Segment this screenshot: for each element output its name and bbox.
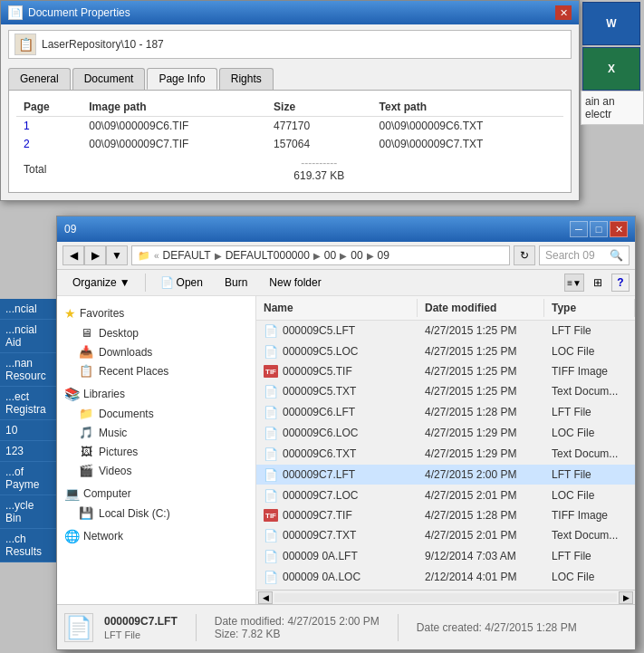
- lft-file-icon: 📄: [264, 405, 278, 419]
- file-name: 000009C5.TIF: [283, 365, 352, 378]
- address-path[interactable]: 📁 « DEFAULT ▶ DEFAULT000000 ▶ 00 ▶ 00 ▶ …: [131, 245, 510, 265]
- col-page: Page: [16, 98, 82, 117]
- sidebar-item-recycle[interactable]: ...ycle Bin: [0, 495, 56, 529]
- main-area: ★ Favorites 🖥 Desktop 📥 Downloads 📋 Rece…: [57, 296, 635, 604]
- organize-chevron-icon: ▼: [120, 276, 130, 289]
- list-item[interactable]: 📄 000009 0A.LFT 9/12/2014 7:03 AM LFT Fi…: [256, 546, 635, 567]
- view-options-button[interactable]: ≡▼: [564, 274, 584, 292]
- sidebar-item-registration[interactable]: ...ect Registra: [0, 387, 56, 420]
- forward-button[interactable]: ▶: [84, 245, 106, 265]
- col-date-header[interactable]: Date modified: [418, 299, 544, 317]
- explorer-maximize-button[interactable]: □: [590, 221, 608, 237]
- col-name-header[interactable]: Name: [256, 299, 418, 317]
- doc-path-icon: 📋: [14, 34, 36, 55]
- file-name-cell: 📄 000009C6.LFT: [256, 402, 418, 422]
- open-button[interactable]: 📄 Open: [150, 273, 213, 293]
- tab-document[interactable]: Document: [72, 68, 146, 90]
- file-date-cell: 4/27/2015 1:25 PM: [418, 362, 544, 380]
- status-info: 000009C7.LFT LFT File: [104, 615, 178, 640]
- nav-item-local-disk[interactable]: 💾 Local Disk (C:): [57, 504, 255, 523]
- sidebar-item-ten[interactable]: 10: [0, 420, 56, 441]
- up-button[interactable]: ▼: [106, 245, 128, 265]
- list-item[interactable]: 📄 000009C6.LOC 4/27/2015 1:29 PM LOC Fil…: [256, 423, 635, 444]
- loc-file-icon: 📄: [264, 426, 278, 440]
- page-info-table: Page Image path Size Text path 1 00\09\0…: [16, 98, 563, 185]
- sidebar-item-results[interactable]: ...ch Results: [0, 529, 56, 562]
- tiff-icon: TIF: [264, 509, 278, 522]
- layout-button[interactable]: ⊞: [588, 274, 608, 292]
- nav-item-videos[interactable]: 🎬 Videos: [57, 461, 255, 480]
- list-item[interactable]: TIF 000009C5.TIF 4/27/2015 1:25 PM TIFF …: [256, 362, 635, 381]
- search-box[interactable]: Search 09 🔍: [539, 245, 630, 265]
- list-item[interactable]: 📄 000009C6.TXT 4/27/2015 1:29 PM Text Do…: [256, 444, 635, 465]
- col-type-header[interactable]: Type: [544, 299, 635, 317]
- size-value: 157064: [266, 135, 371, 153]
- tab-page-info[interactable]: Page Info: [147, 68, 216, 90]
- burn-button[interactable]: Burn: [215, 273, 257, 293]
- libraries-header[interactable]: 📚 Libraries: [57, 384, 255, 404]
- sidebar-item-payments[interactable]: ...of Payme: [0, 462, 56, 495]
- file-date: 9/12/2014 7:03 AM: [425, 550, 516, 562]
- file-type-cell: Text Docum...: [544, 381, 635, 401]
- word-app-button[interactable]: W: [582, 2, 640, 45]
- list-item[interactable]: 📄 000009C6.LFT 4/27/2015 1:28 PM LFT Fil…: [256, 402, 635, 423]
- file-type-cell: LFT File: [544, 546, 635, 566]
- favorites-header[interactable]: ★ Favorites: [57, 303, 255, 323]
- file-name: 000009C6.LOC: [283, 427, 358, 439]
- network-header[interactable]: 🌐 Network: [57, 526, 255, 546]
- file-date: 4/27/2015 1:28 PM: [425, 509, 516, 522]
- hscroll-track[interactable]: [274, 593, 617, 602]
- list-item[interactable]: 📄 000009C5.LOC 4/27/2015 1:25 PM LOC Fil…: [256, 341, 635, 362]
- sidebar-item-financial[interactable]: ...ncial: [0, 299, 56, 320]
- nav-item-pictures[interactable]: 🖼 Pictures: [57, 442, 255, 461]
- file-name: 000009C6.TXT: [283, 447, 356, 460]
- help-button[interactable]: ?: [611, 274, 630, 292]
- file-type: Text Docum...: [552, 447, 618, 460]
- list-item[interactable]: TIF 000009C7.TIF 4/27/2015 1:28 PM TIFF …: [256, 506, 635, 525]
- list-item[interactable]: 📄 000009C7.LFT 4/27/2015 2:00 PM LFT Fil…: [256, 465, 635, 485]
- nav-item-recent[interactable]: 📋 Recent Places: [57, 361, 255, 380]
- sidebar-item-one-two-three[interactable]: 123: [0, 441, 56, 462]
- nav-item-music[interactable]: 🎵 Music: [57, 423, 255, 442]
- computer-header[interactable]: 💻 Computer: [57, 484, 255, 504]
- address-bar: ◀ ▶ ▼ 📁 « DEFAULT ▶ DEFAULT000000 ▶ 00 ▶…: [57, 242, 635, 270]
- list-item[interactable]: 📄 000009 0A.LOC 2/12/2014 4:01 PM LOC Fi…: [256, 567, 635, 588]
- tab-rights[interactable]: Rights: [219, 68, 274, 90]
- list-item[interactable]: 📄 000009C5.TXT 4/27/2015 1:25 PM Text Do…: [256, 381, 635, 402]
- file-type-cell: LOC File: [544, 341, 635, 361]
- file-date-cell: 4/27/2015 1:25 PM: [418, 341, 544, 361]
- excel-app-button[interactable]: X: [582, 47, 640, 91]
- sidebar-item-hr[interactable]: ...nan Resourc: [0, 353, 56, 387]
- status-date-created: Date created: 4/27/2015 1:28 PM: [417, 621, 577, 634]
- hscroll-right-button[interactable]: ▶: [619, 591, 633, 604]
- list-item[interactable]: 📄 000009C7.TXT 4/27/2015 2:01 PM Text Do…: [256, 525, 635, 546]
- back-button[interactable]: ◀: [62, 245, 84, 265]
- nav-item-desktop[interactable]: 🖥 Desktop: [57, 323, 255, 342]
- file-name-cell: 📄 000009C7.TXT: [256, 525, 418, 545]
- organize-button[interactable]: Organize ▼: [62, 273, 140, 293]
- file-type-cell: LOC File: [544, 423, 635, 443]
- status-size-text: Size: 7.82 KB: [215, 628, 380, 640]
- nav-item-documents[interactable]: 📁 Documents: [57, 404, 255, 423]
- navigation-pane: ★ Favorites 🖥 Desktop 📥 Downloads 📋 Rece…: [57, 296, 256, 604]
- nav-item-downloads[interactable]: 📥 Downloads: [57, 342, 255, 361]
- context-text: ain an electr: [585, 95, 615, 120]
- horizontal-scrollbar[interactable]: ◀ ▶: [256, 590, 635, 604]
- file-name: 000009 0A.LFT: [283, 550, 358, 562]
- dashes: ----------: [274, 157, 364, 169]
- new-folder-button[interactable]: New folder: [259, 273, 331, 293]
- explorer-minimize-button[interactable]: ─: [570, 221, 588, 237]
- refresh-button[interactable]: ↻: [514, 245, 535, 265]
- list-item[interactable]: 📄 000009C7.LOC 4/27/2015 2:01 PM LOC Fil…: [256, 485, 635, 506]
- sidebar-item-financial-aid[interactable]: ...ncial Aid: [0, 320, 56, 353]
- hscroll-left-button[interactable]: ◀: [258, 591, 273, 604]
- file-type: Text Docum...: [552, 529, 618, 542]
- list-item[interactable]: 📄 000009C5.LFT 4/27/2015 1:25 PM LFT Fil…: [256, 321, 635, 341]
- status-filename: 000009C7.LFT: [104, 615, 178, 628]
- doc-close-button[interactable]: ✕: [555, 5, 572, 20]
- tab-general[interactable]: General: [8, 68, 71, 90]
- pictures-icon: 🖼: [79, 445, 93, 458]
- col-text-path: Text path: [372, 98, 563, 117]
- explorer-close-button[interactable]: ✕: [610, 221, 628, 237]
- file-date-cell: 4/27/2015 1:25 PM: [418, 321, 544, 341]
